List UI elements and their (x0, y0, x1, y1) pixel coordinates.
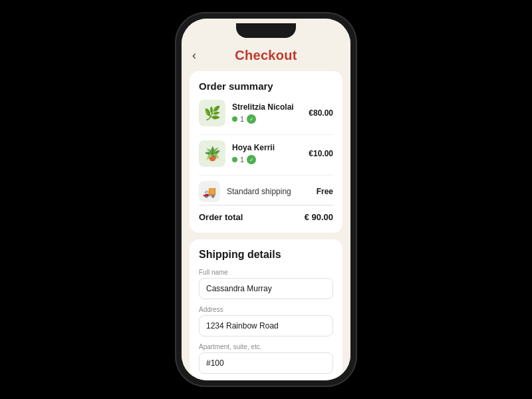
page-title: Checkout (235, 48, 297, 63)
total-value: € 90.00 (305, 212, 333, 222)
field-address: Address (199, 306, 333, 336)
shipping-details-card: Shipping details Full name Address Apart… (190, 239, 342, 380)
qty-icon-2: ✓ (247, 155, 256, 164)
input-address[interactable] (199, 315, 333, 336)
label-apartment: Apartment, suite, etc. (199, 343, 333, 350)
item-2-name: Hoya Kerrii (232, 143, 309, 152)
item-1-name: Strelitzia Nicolai (232, 102, 309, 112)
item-1-qty: 1 (240, 115, 244, 123)
phone-frame: ‹ Checkout Order summary 🌿 Strelitzia Ni… (176, 13, 356, 386)
item-2-price: €10.00 (309, 149, 333, 158)
divider-1 (199, 134, 333, 135)
divider-2 (199, 175, 333, 176)
order-item-1: 🌿 Strelitzia Nicolai 1 ✓ €80.00 (199, 100, 333, 126)
shipping-price: Free (317, 187, 333, 196)
label-address: Address (199, 306, 333, 313)
item-2-qty: 1 (240, 156, 244, 164)
back-button[interactable]: ‹ (192, 49, 196, 63)
input-full-name[interactable] (199, 278, 333, 299)
field-apartment: Apartment, suite, etc. (199, 343, 333, 374)
shipping-details-title: Shipping details (199, 249, 333, 261)
total-label: Order total (199, 212, 243, 222)
qty-dot-1 (232, 116, 237, 122)
order-summary-title: Order summary (199, 80, 333, 92)
shipping-row: 🚚 Standard shipping Free (199, 181, 333, 202)
checkout-header: ‹ Checkout (182, 43, 350, 71)
item-2-details: Hoya Kerrii 1 ✓ (232, 143, 309, 164)
phone-screen: ‹ Checkout Order summary 🌿 Strelitzia Ni… (182, 19, 350, 380)
item-1-price: €80.00 (309, 108, 333, 118)
label-full-name: Full name (199, 269, 333, 276)
field-full-name: Full name (199, 269, 333, 299)
item-1-qty-row: 1 ✓ (232, 114, 309, 124)
item-1-image: 🌿 (199, 100, 225, 126)
input-apartment[interactable] (199, 352, 333, 374)
item-2-image: 🪴 (199, 140, 225, 167)
item-1-details: Strelitzia Nicolai 1 ✓ (232, 102, 309, 124)
order-total-row: Order total € 90.00 (199, 205, 333, 223)
item-2-qty-row: 1 ✓ (232, 155, 309, 164)
notch-bar (182, 19, 350, 43)
order-item-2: 🪴 Hoya Kerrii 1 ✓ €10.00 (199, 140, 333, 167)
qty-dot-2 (232, 157, 237, 162)
shipping-label: Standard shipping (227, 187, 317, 196)
shipping-icon: 🚚 (199, 181, 220, 202)
qty-icon-1: ✓ (247, 114, 256, 124)
notch (236, 23, 296, 38)
screen-content[interactable]: ‹ Checkout Order summary 🌿 Strelitzia Ni… (182, 43, 350, 380)
order-summary-card: Order summary 🌿 Strelitzia Nicolai 1 ✓ €… (190, 71, 342, 233)
